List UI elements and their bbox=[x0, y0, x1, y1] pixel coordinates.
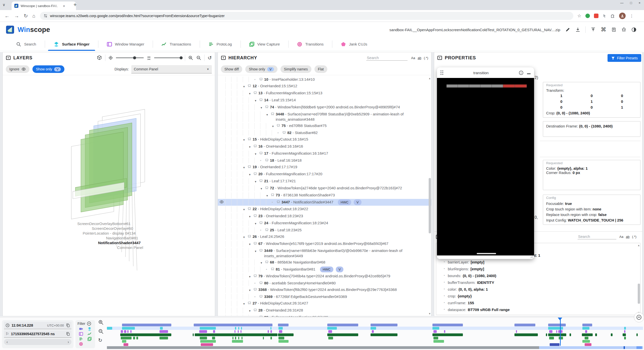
tab-surface-flinger[interactable]: Surface Flinger bbox=[45, 37, 98, 51]
timeline-segment[interactable] bbox=[199, 330, 207, 333]
extension-green-icon[interactable] bbox=[585, 14, 590, 18]
property-row[interactable]: •crop:{empty} bbox=[437, 293, 639, 299]
timeline-segment[interactable] bbox=[278, 327, 283, 330]
site-settings-icon[interactable] bbox=[44, 14, 48, 18]
tree-node-74[interactable]: ▼74 - WindowToken{fdddbe6 type=2000 andr… bbox=[218, 104, 431, 111]
expand-arrow-icon[interactable]: ▼ bbox=[254, 151, 259, 157]
timeline-segment[interactable] bbox=[433, 330, 437, 333]
timeline-segment[interactable] bbox=[548, 333, 566, 336]
tree-node-3448[interactable]: ▼3448 - Surface(name=ed70f88 StatusBar)/… bbox=[218, 111, 431, 122]
timeline-segment[interactable] bbox=[585, 343, 592, 346]
expand-arrow-icon[interactable]: ▼ bbox=[254, 97, 259, 103]
tree-node-19[interactable]: ▼19 - OneHanded:17:17#19 bbox=[218, 164, 431, 171]
tree-node-73[interactable]: ▼73 - 8736138 NotificationShade#73 bbox=[218, 192, 431, 199]
tree-node-16[interactable]: ▼16 - OneHanded:16:16#16 bbox=[218, 143, 431, 150]
expand-arrow-icon[interactable]: ▼ bbox=[243, 137, 248, 143]
timeline-segment[interactable] bbox=[235, 337, 236, 339]
expand-arrow-icon[interactable]: ▼ bbox=[249, 171, 254, 177]
next-frame-icon[interactable]: › bbox=[68, 340, 69, 344]
timeline-segment[interactable] bbox=[444, 330, 445, 333]
tree-node-24[interactable]: ▼24 - FullscreenMagnification:18:23#24 bbox=[218, 220, 431, 227]
address-bar[interactable]: winscope.teams.x20web.corp.google.com/pr… bbox=[40, 12, 573, 20]
timeline-segment[interactable] bbox=[193, 333, 194, 336]
timeline-segment[interactable] bbox=[234, 330, 235, 333]
layer-label[interactable]: ScreenDecorOverlayBottom#61 bbox=[77, 222, 131, 226]
timeline-segment[interactable] bbox=[124, 343, 128, 346]
timeline-segment[interactable] bbox=[270, 337, 272, 339]
layer-label[interactable]: PointerLocation - display 0#134 bbox=[83, 231, 136, 235]
minimize-icon[interactable] bbox=[527, 73, 531, 74]
protolog-trace-icon[interactable] bbox=[79, 337, 83, 341]
expand-arrow-icon[interactable]: ▼ bbox=[260, 104, 265, 110]
timeline-segment[interactable] bbox=[516, 330, 517, 333]
timeline-segment[interactable] bbox=[238, 327, 239, 330]
timeline-segment[interactable] bbox=[268, 330, 269, 333]
tab-close-icon[interactable]: × bbox=[63, 4, 65, 8]
tab-search-icon[interactable]: ∨ bbox=[3, 3, 5, 7]
bookmark-star-icon[interactable]: ☆ bbox=[577, 13, 581, 19]
expand-arrow-icon[interactable]: ▼ bbox=[249, 90, 254, 96]
timeline-segment[interactable] bbox=[213, 330, 215, 333]
expand-arrow-icon[interactable]: ▼ bbox=[266, 111, 271, 117]
simplify-names-button[interactable]: Simplify names bbox=[280, 65, 311, 73]
timeline-segment[interactable] bbox=[585, 330, 587, 333]
new-tab-button[interactable]: + bbox=[73, 2, 77, 8]
timeline-cursor[interactable] bbox=[560, 320, 561, 346]
match-word-icon[interactable]: ab bbox=[626, 235, 629, 239]
flat-button[interactable]: Flat bbox=[314, 65, 327, 73]
tree-node-67[interactable]: ▼67 - WindowToken{e5176f9 type=2019 andr… bbox=[218, 240, 431, 247]
timeline-segment[interactable] bbox=[200, 327, 216, 330]
match-word-icon[interactable]: ab bbox=[418, 56, 421, 60]
tree-node-26[interactable]: ▼26 - Leaf:24:25#26 bbox=[218, 233, 431, 240]
timeline-segment[interactable] bbox=[136, 337, 138, 339]
timeline-segment[interactable] bbox=[327, 327, 337, 330]
expand-arrow-icon[interactable]: ▼ bbox=[249, 241, 254, 247]
tab-jank-cujs[interactable]: Jank CUJs bbox=[332, 37, 376, 51]
tree-node-81[interactable]: •81 - NavigationBar0#81HWCV bbox=[218, 266, 431, 273]
timeline-segment[interactable] bbox=[121, 330, 123, 333]
timeline-segment[interactable] bbox=[582, 340, 590, 343]
timeline-segment[interactable] bbox=[372, 330, 374, 333]
tree-node-80[interactable]: •80 - ace6abb SecondaryHomeHandle0#80 bbox=[218, 280, 431, 286]
timeline-segment[interactable] bbox=[595, 333, 597, 336]
expand-arrow-icon[interactable]: ▼ bbox=[249, 308, 254, 314]
expand-arrow-icon[interactable]: ▼ bbox=[243, 164, 248, 170]
zoom-in-icon[interactable] bbox=[188, 55, 193, 60]
timeline-segment[interactable] bbox=[548, 324, 566, 326]
copy-icon[interactable] bbox=[66, 323, 70, 327]
tree-node-13[interactable]: ▼13 - FullscreenMagnification:15:15#13 bbox=[218, 90, 431, 97]
timeline-segment[interactable] bbox=[327, 333, 358, 336]
timeline-segment[interactable] bbox=[200, 337, 207, 339]
timeline-segment[interactable] bbox=[122, 324, 171, 326]
tree-node-28[interactable]: ▼28 - OneHanded:26:31#28 bbox=[218, 307, 431, 314]
timeline-segment[interactable] bbox=[120, 333, 171, 336]
resize-handle[interactable] bbox=[530, 255, 533, 258]
expand-arrow-icon[interactable]: ▼ bbox=[249, 213, 254, 219]
timeline-segment[interactable] bbox=[133, 337, 135, 339]
timeline-segment[interactable] bbox=[235, 327, 236, 330]
view-capture-trace-icon[interactable] bbox=[88, 337, 92, 341]
timeline-segment[interactable] bbox=[278, 340, 289, 343]
rotation-slider[interactable] bbox=[116, 58, 144, 58]
frame-stepper[interactable]: ‹ › bbox=[4, 339, 71, 345]
collapse-timeline-button[interactable] bbox=[634, 312, 644, 322]
dark-mode-icon[interactable] bbox=[631, 27, 636, 32]
timeline-segment[interactable] bbox=[582, 324, 592, 326]
tree-node-27[interactable]: ▼27 - HideDisplayCutout:26:31#27 bbox=[218, 300, 431, 307]
tab-view-capture[interactable]: View Capture bbox=[241, 37, 289, 51]
scroll-up-icon[interactable]: ▲ bbox=[428, 77, 431, 80]
shortcuts-icon[interactable]: ⌘ bbox=[601, 26, 606, 33]
layer-label[interactable]: Common Panel bbox=[117, 245, 143, 250]
info-icon[interactable] bbox=[519, 70, 524, 75]
forward-button[interactable]: → bbox=[14, 13, 19, 19]
timeline-segment[interactable] bbox=[130, 330, 132, 333]
timeline-segment[interactable] bbox=[242, 337, 243, 339]
expand-arrow-icon[interactable]: ▼ bbox=[272, 123, 277, 129]
show-only-v-button[interactable]: Show only V bbox=[32, 65, 64, 73]
tree-node-82[interactable]: •82 - StatusBar#82 bbox=[218, 129, 431, 136]
property-row[interactable]: •bounds:(0, 0) - (1080, 2400) bbox=[437, 272, 639, 279]
property-row[interactable]: •barrierLayer:[empty] bbox=[437, 259, 639, 266]
collapse-filter-icon[interactable] bbox=[87, 321, 91, 326]
timeline-segment[interactable] bbox=[159, 330, 168, 333]
filter-presets-button[interactable]: Filter Presets bbox=[608, 54, 641, 62]
